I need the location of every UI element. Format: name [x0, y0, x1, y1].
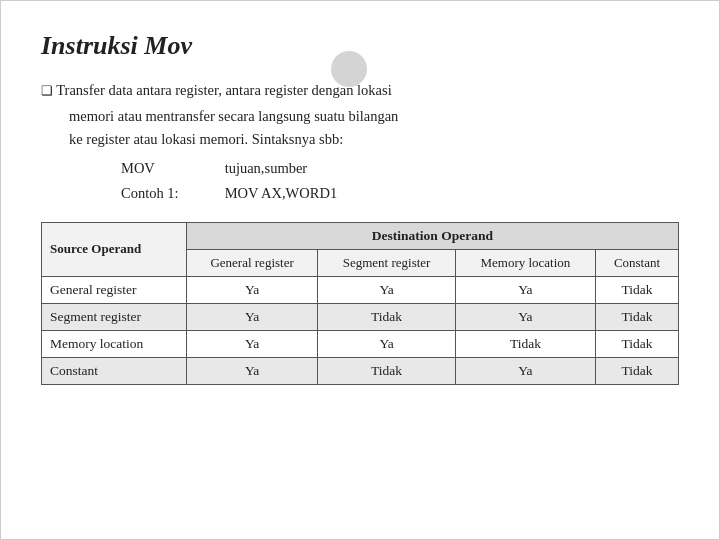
code-block: MOV tujuan,sumber Contoh 1: MOV AX,WORD1 [41, 156, 679, 205]
col-constant: Constant [596, 249, 679, 276]
circle-decoration [331, 51, 367, 87]
cell-c2: Ya [318, 330, 455, 357]
code-contoh-value: MOV AX,WORD1 [225, 185, 338, 201]
cell-c3: Ya [455, 276, 595, 303]
cell-c4: Tidak [596, 303, 679, 330]
col-general-reg: General register [186, 249, 318, 276]
col-memory-loc: Memory location [455, 249, 595, 276]
code-mov-value: tujuan,sumber [225, 160, 308, 176]
cell-c1: Ya [186, 303, 318, 330]
cell-c4: Tidak [596, 330, 679, 357]
table-row: Segment register Ya Tidak Ya Tidak [42, 303, 679, 330]
table-row: Memory location Ya Ya Tidak Tidak [42, 330, 679, 357]
source-cell: Constant [42, 357, 187, 384]
bullet-line3: ke register atau lokasi memori. Sintaksn… [41, 128, 679, 150]
cell-c2: Ya [318, 276, 455, 303]
table-row: General register Ya Ya Ya Tidak [42, 276, 679, 303]
code-mov-label: MOV [121, 156, 221, 181]
cell-c4: Tidak [596, 357, 679, 384]
source-cell: General register [42, 276, 187, 303]
cell-c1: Ya [186, 330, 318, 357]
code-line-2: Contoh 1: MOV AX,WORD1 [121, 181, 679, 206]
slide: Instruksi Mov Transfer data antara regis… [0, 0, 720, 540]
cell-c1: Ya [186, 357, 318, 384]
operand-table: Source Operand Destination Operand Gener… [41, 222, 679, 385]
code-contoh-label: Contoh 1: [121, 181, 221, 206]
table-row: Constant Ya Tidak Ya Tidak [42, 357, 679, 384]
cell-c2: Tidak [318, 357, 455, 384]
source-cell: Segment register [42, 303, 187, 330]
dest-operand-header: Destination Operand [186, 222, 678, 249]
cell-c1: Ya [186, 276, 318, 303]
cell-c3: Ya [455, 357, 595, 384]
table-header-top: Source Operand Destination Operand [42, 222, 679, 249]
cell-c2: Tidak [318, 303, 455, 330]
slide-title: Instruksi Mov [41, 31, 192, 61]
source-cell: Memory location [42, 330, 187, 357]
bullet-line2: memori atau mentransfer secara langsung … [41, 105, 679, 127]
table-container: Source Operand Destination Operand Gener… [41, 222, 679, 385]
code-line-1: MOV tujuan,sumber [121, 156, 679, 181]
cell-c4: Tidak [596, 276, 679, 303]
cell-c3: Ya [455, 303, 595, 330]
content-section: Transfer data antara register, antara re… [41, 79, 679, 206]
col-segment-reg: Segment register [318, 249, 455, 276]
cell-c3: Tidak [455, 330, 595, 357]
table-body: General register Ya Ya Ya Tidak Segment … [42, 276, 679, 384]
empty-header: Source Operand [42, 222, 187, 276]
